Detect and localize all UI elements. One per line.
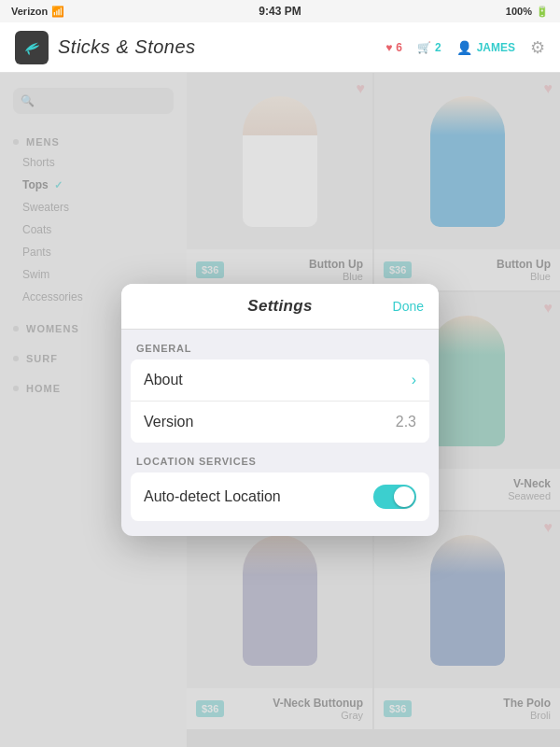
version-label: Version: [144, 414, 193, 430]
status-bar: Verizon 📶 9:43 PM 100% 🔋: [0, 0, 560, 22]
brand-logo: [15, 31, 49, 64]
auto-detect-row: Auto-detect Location: [131, 472, 429, 521]
modal-title: Settings: [174, 297, 386, 316]
toggle-thumb: [394, 486, 414, 507]
main-area: 🔍 MENS Shorts Tops ✓ Sweaters Coats Pant…: [0, 73, 560, 747]
modal-bottom-padding: [121, 521, 439, 536]
carrier-label: Verizon: [11, 6, 48, 17]
cart-count: 2: [435, 41, 441, 54]
modal-overlay[interactable]: Settings Done GENERAL About › Version 2.…: [0, 73, 560, 747]
settings-modal: Settings Done GENERAL About › Version 2.…: [121, 284, 439, 536]
nav-brand: Sticks & Stones: [15, 31, 196, 64]
auto-detect-label: Auto-detect Location: [144, 488, 281, 505]
wifi-icon: 📶: [51, 6, 64, 18]
user-name: JAMES: [477, 41, 515, 54]
status-left: Verizon 📶: [11, 6, 64, 18]
brand-name: Sticks & Stones: [58, 36, 196, 58]
battery-icon: 🔋: [536, 6, 549, 18]
location-section-label: LOCATION SERVICES: [121, 443, 439, 472]
settings-icon[interactable]: ⚙: [530, 37, 545, 58]
wishlist-count: 6: [396, 41, 402, 54]
top-nav: Sticks & Stones ♥ 6 🛒 2 👤 JAMES ⚙: [0, 22, 560, 73]
about-chevron-icon: ›: [412, 372, 416, 388]
heart-icon: ♥: [385, 41, 392, 54]
user-icon: 👤: [456, 40, 472, 55]
user-button[interactable]: 👤 JAMES: [456, 40, 515, 55]
general-list: About › Version 2.3: [131, 359, 429, 443]
status-right: 100% 🔋: [506, 6, 549, 18]
status-time: 9:43 PM: [259, 5, 301, 18]
cart-button[interactable]: 🛒 2: [417, 41, 441, 54]
modal-done-button[interactable]: Done: [386, 299, 424, 314]
wishlist-button[interactable]: ♥ 6: [385, 41, 402, 54]
about-row[interactable]: About ›: [131, 359, 429, 402]
location-list: Auto-detect Location: [131, 472, 429, 521]
cart-icon: 🛒: [417, 41, 431, 54]
auto-detect-toggle[interactable]: [373, 485, 416, 509]
nav-actions: ♥ 6 🛒 2 👤 JAMES ⚙: [385, 37, 545, 58]
modal-header: Settings Done: [121, 284, 439, 330]
about-label: About: [144, 372, 183, 388]
general-section-label: GENERAL: [121, 330, 439, 359]
version-row: Version 2.3: [131, 402, 429, 443]
battery-percent: 100%: [506, 6, 532, 17]
version-value: 2.3: [396, 414, 416, 430]
